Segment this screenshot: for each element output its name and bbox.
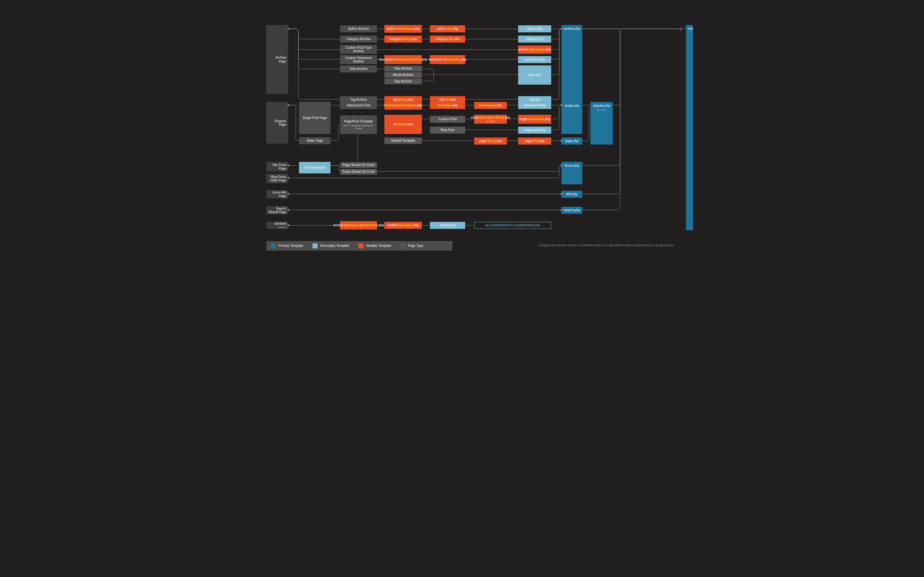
tpl-page: page.php [561,137,582,145]
page-type-sitefront: Site Front Page [266,162,288,171]
tpl-page-id: page-$id.php [518,137,551,145]
node-blog-post: Blog Post [430,127,465,134]
tpl-search: search.php [561,207,582,214]
node-cpt-archive: Custom Post Type Archive [340,45,377,54]
tpl-category-slug: category-$slug.php [384,35,422,43]
page-type-singular: Singular Page [266,102,288,143]
tpl-date: date.php [518,65,551,85]
tpl-embed-postype: embed-$postype.php [384,222,422,229]
tpl-embed-postype-postformat: embed-$postype-$postformat.php [340,221,377,229]
node-month-archive: Month Archive [384,72,422,78]
node-date-archive: Date Archive [340,65,377,73]
legend: Primary Template Secondary Template Vari… [266,241,452,251]
tpl-taxonomy: taxonomy-$taxonomy.php [430,55,465,64]
tpl-taxonomy-php: taxonomy.php [518,56,551,63]
node-author-archive: Author Archive [340,25,377,32]
tpl-embed-compat: wp-includes/theme-compat/embed.php [474,222,551,229]
page-type-archive: Archive Page [266,25,288,94]
tpl-single-postype-slug: single-$postype-$slug.php(v 4.4+) [474,115,507,124]
node-default-template: Default Template [384,137,422,144]
tpl-attachment: attachment.php [518,102,551,109]
tpl-archive-posttype: archive-$posttype.php [518,45,551,54]
node-category-archive: Category Archive [340,35,377,43]
tpl-author-nicename: author-$nicename.php [384,25,422,33]
tpl-category: category.php [518,35,551,43]
page-type-404: Error 404 Page [266,190,288,198]
node-page-post-template: Page/Post Template(v4.7+ optional suppor… [340,115,377,134]
node-attachment-post: Attachment Post [340,102,377,109]
tpl-single-posttype: single-$posttype.php [518,115,551,124]
tpl-index-final: index.php [686,25,693,230]
node-ctax-archive: Custom Taxonomy Archive [340,55,377,64]
page-type-search: Search Result Page [266,206,288,214]
tpl-archive: archive.php [561,25,582,103]
page-type-oembed: oEmbed(v4.4+) [266,222,288,229]
node-single-post-page: Single Post Page [299,102,330,134]
tpl-subtype: $subtype.php [430,102,465,109]
node-page-on-front: Page Shown On Front [340,162,377,168]
tpl-single: single.php [561,102,582,134]
tpl-category-id: category-$id.php [430,35,465,43]
node-custom-post: Custom Post [430,116,465,123]
tpl-author-id: author-$id.php [430,25,465,32]
tpl-single-post: single-post.php [518,127,551,134]
tpl-singular: singular.php(v 4.3+) [590,102,613,145]
node-posts-on-front: Posts Shown On Front [340,169,377,175]
tpl-mimetype: $mimetype.php [474,102,507,109]
tpl-author: author.php [518,25,551,32]
tpl-page-slug: page-$slug.php [474,137,507,145]
tpl-embed: embed.php [430,222,465,229]
node-static-page: Static Page [299,137,330,144]
tpl-custom: $custom.php [384,115,422,134]
credit-line: Designed By Michelle Schulp of marktimem… [539,243,674,247]
node-year-archive: Year Archive [384,66,422,71]
tpl-404: 404.php [561,191,582,198]
tpl-mimetype-subtype: $mimetype-$subtype.php [384,101,422,110]
tpl-home: home.php [561,162,582,184]
node-day-archive: Day Archive [384,79,422,84]
page-type-blogindex: Blog Posts Index Page [266,174,288,183]
tpl-taxonomy-term: taxonomy-$taxonomy-$term.php [384,55,422,64]
tpl-front-page: front-page.php [299,162,330,173]
